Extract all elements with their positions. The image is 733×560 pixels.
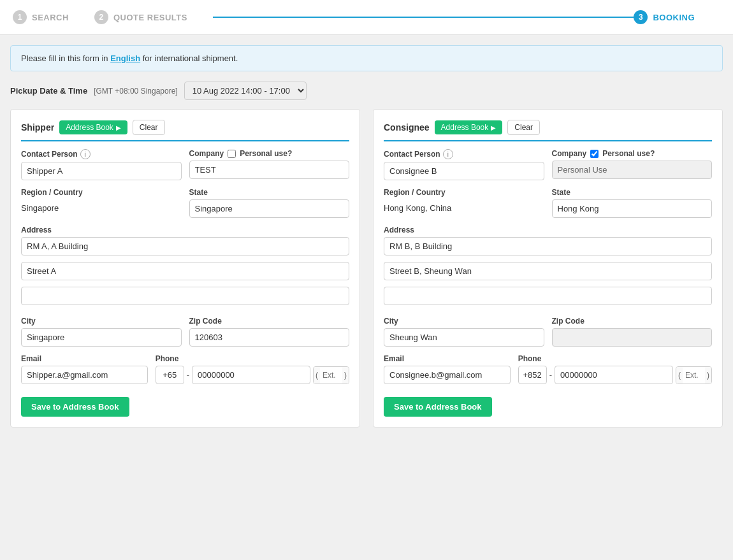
shipper-phone-prefix-input[interactable] (156, 366, 184, 384)
page-wrapper: 1 SEARCH 2 QUOTE RESULTS 3 BOOKING Pleas… (0, 0, 733, 438)
shipper-city-label: City (21, 317, 182, 326)
shipper-city-input[interactable] (21, 328, 182, 347)
consignee-city-zip-row: City Zip Code (384, 317, 712, 347)
consignee-contact-company-row: Contact Person i Company Personal use? (384, 149, 712, 180)
shipper-phone-group: Phone - ( ) (156, 354, 349, 384)
consignee-address-line3-input[interactable] (384, 287, 712, 305)
step-num-search: 1 (13, 10, 27, 24)
consignee-city-label: City (384, 317, 544, 326)
shipper-contact-input[interactable] (21, 162, 182, 180)
shipper-phone-main-input[interactable] (192, 366, 310, 384)
step-label-quote: QUOTE RESULTS (113, 13, 187, 22)
shipper-panel: Shipper Address Book Clear Contact Perso… (10, 109, 360, 427)
consignee-city-group: City (384, 317, 544, 347)
step-quote: 2 QUOTE RESULTS (94, 10, 187, 24)
shipper-contact-label: Contact Person i (21, 149, 182, 159)
shipper-address-book-button[interactable]: Address Book (59, 120, 127, 134)
shipper-phone-dash: - (187, 370, 189, 380)
shipper-phone-ext-wrap: ( ) (313, 366, 349, 384)
consignee-email-input[interactable] (384, 366, 511, 384)
consignee-zip-group: Zip Code (552, 317, 713, 347)
pickup-row: Pickup Date & Time [GMT +08:00 Singapore… (10, 82, 723, 100)
shipper-email-phone-row: Email Phone - ( ) (21, 354, 349, 384)
consignee-email-label: Email (384, 354, 511, 363)
shipper-address-line2-input[interactable] (21, 262, 349, 280)
step-booking: 3 BOOKING (634, 10, 695, 24)
step-divider (213, 17, 634, 18)
consignee-phone-open-paren: ( (676, 367, 683, 384)
shipper-title: Shipper (21, 122, 54, 133)
consignee-phone-ext-input[interactable] (683, 367, 705, 384)
shipper-region-value: Singapore (21, 199, 182, 217)
shipper-address-line3-input[interactable] (21, 287, 349, 305)
step-num-quote: 2 (94, 10, 108, 24)
consignee-address-group: Address (384, 226, 712, 309)
consignee-city-input[interactable] (384, 328, 544, 347)
consignee-phone-group: Phone - ( ) (518, 354, 712, 384)
shipper-address-group: Address (21, 226, 349, 309)
pickup-timezone: [GMT +08:00 Singapore] (94, 87, 178, 96)
consignee-address-line1-input[interactable] (384, 237, 712, 255)
consignee-company-label: Company Personal use? (552, 149, 713, 158)
consignee-phone-ext-wrap: ( ) (676, 366, 712, 384)
consignee-state-input[interactable] (552, 199, 713, 218)
info-banner: Please fill in this form in English for … (10, 45, 723, 71)
shipper-phone-label: Phone (156, 354, 349, 363)
consignee-save-button[interactable]: Save to Address Book (384, 397, 492, 417)
consignee-region-group: Region / Country Hong Kong, China (384, 188, 544, 218)
consignee-phone-dash: - (549, 370, 552, 380)
banner-text: Please fill in this form in (21, 54, 110, 63)
shipper-company-input[interactable] (189, 161, 350, 179)
shipper-contact-info-icon: i (80, 149, 91, 159)
shipper-state-group: State (189, 188, 350, 218)
main-content: Please fill in this form in English for … (0, 35, 733, 438)
shipper-zip-label: Zip Code (189, 317, 350, 326)
consignee-state-label: State (552, 188, 713, 197)
consignee-contact-group: Contact Person i (384, 149, 544, 180)
consignee-phone-main-input[interactable] (555, 366, 673, 384)
shipper-phone-close-paren: ) (342, 367, 349, 384)
shipper-company-group: Company Personal use? (189, 149, 350, 180)
shipper-phone-open-paren: ( (314, 367, 320, 384)
consignee-email-phone-row: Email Phone - ( ) (384, 354, 712, 384)
shipper-save-button[interactable]: Save to Address Book (21, 397, 129, 417)
shipper-region-group: Region / Country Singapore (21, 188, 182, 218)
banner-link[interactable]: English (110, 54, 140, 63)
shipper-email-group: Email (21, 354, 148, 384)
consignee-contact-input[interactable] (384, 162, 544, 180)
consignee-contact-label: Contact Person i (384, 149, 544, 159)
stepper: 1 SEARCH 2 QUOTE RESULTS 3 BOOKING (0, 0, 733, 35)
consignee-phone-close-paren: ) (705, 367, 711, 384)
consignee-region-label: Region / Country (384, 188, 544, 197)
consignee-address-line2-input[interactable] (384, 262, 712, 280)
shipper-email-input[interactable] (21, 366, 148, 384)
consignee-address-label: Address (384, 226, 712, 234)
consignee-zip-input[interactable] (552, 328, 713, 347)
consignee-company-input (552, 161, 713, 179)
consignee-zip-label: Zip Code (552, 317, 713, 326)
shipper-zip-input[interactable] (189, 328, 350, 347)
consignee-company-group: Company Personal use? (552, 149, 713, 180)
shipper-contact-company-row: Contact Person i Company Personal use? (21, 149, 349, 180)
step-search: 1 SEARCH (13, 10, 69, 24)
step-label-booking: BOOKING (653, 13, 695, 22)
consignee-phone-prefix-input[interactable] (518, 366, 547, 384)
shipper-email-label: Email (21, 354, 148, 363)
shipper-state-label: State (189, 188, 350, 197)
pickup-select[interactable]: 10 Aug 2022 14:00 - 17:00 (184, 82, 307, 100)
shipper-region-label: Region / Country (21, 188, 182, 197)
shipper-zip-group: Zip Code (189, 317, 350, 347)
consignee-state-group: State (552, 188, 713, 218)
consignee-region-value: Hong Kong, China (384, 199, 544, 217)
shipper-clear-button[interactable]: Clear (133, 120, 165, 135)
shipper-phone-ext-input[interactable] (320, 367, 342, 384)
consignee-clear-button[interactable]: Clear (507, 120, 540, 135)
consignee-contact-info-icon: i (443, 149, 453, 159)
consignee-address-book-button[interactable]: Address Book (435, 120, 503, 134)
shipper-address-line1-input[interactable] (21, 237, 349, 255)
shipper-personal-use-checkbox[interactable] (228, 150, 236, 158)
panels: Shipper Address Book Clear Contact Perso… (10, 109, 723, 427)
shipper-state-input[interactable] (189, 199, 350, 218)
shipper-company-label: Company Personal use? (189, 149, 350, 158)
consignee-personal-use-checkbox[interactable] (590, 150, 599, 158)
